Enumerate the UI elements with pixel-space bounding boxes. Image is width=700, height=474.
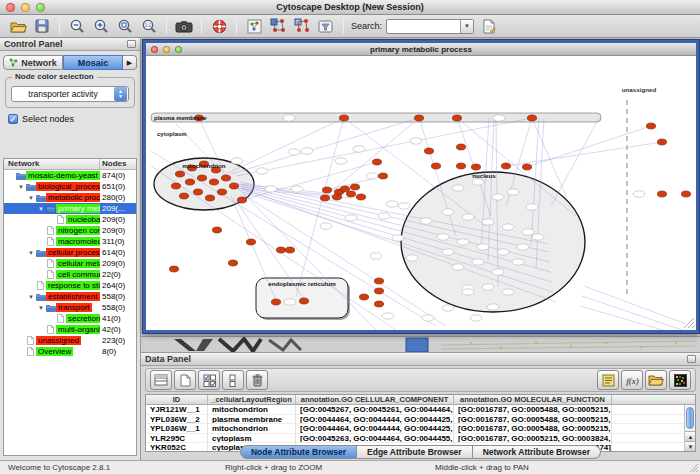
tree-row[interactable]: cellular metabo209(0) <box>4 258 136 269</box>
network-node[interactable] <box>356 194 365 200</box>
expand-triangle-icon[interactable]: ▼ <box>27 195 35 201</box>
matrix-view-button[interactable] <box>669 370 691 390</box>
tree-row[interactable]: ▼metabolic process280(0) <box>4 192 136 203</box>
network-node[interactable] <box>456 144 465 150</box>
network-node[interactable] <box>359 294 368 300</box>
tree-row[interactable]: unassigned223(0) <box>4 335 136 346</box>
expand-triangle-icon[interactable]: ▼ <box>27 250 35 256</box>
vizmapper-node-button[interactable] <box>267 17 289 36</box>
function-builder-button[interactable]: f(x) <box>621 370 643 390</box>
zoom-selected-button[interactable] <box>114 17 136 36</box>
expand-triangle-icon[interactable]: ▼ <box>37 206 45 212</box>
tab-node-attribute-browser[interactable]: Node Attribute Browser <box>240 445 357 459</box>
network-node[interactable] <box>209 179 218 185</box>
network-node[interactable] <box>332 194 341 200</box>
tab-network[interactable]: Network <box>3 55 63 70</box>
table-row[interactable]: YLR295Ccytoplasm[GO:0045263, GO:0044464,… <box>146 434 695 444</box>
tree-row[interactable]: cell communicat22(0) <box>4 269 136 280</box>
save-session-button[interactable] <box>31 17 53 36</box>
network-node[interactable] <box>228 260 237 266</box>
table-column-header[interactable]: _cellularLayoutRegion <box>208 395 296 404</box>
network-canvas[interactable]: plasma membranecytoplasmmitochondrionnuc… <box>146 56 696 330</box>
snapshot-button[interactable] <box>173 17 195 36</box>
network-node[interactable] <box>171 183 180 189</box>
network-node[interactable] <box>322 187 331 193</box>
network-edge[interactable] <box>226 118 344 174</box>
tree-row[interactable]: secretion41(0) <box>4 313 136 324</box>
network-node[interactable] <box>197 175 206 181</box>
canvas-resize-grip[interactable] <box>684 318 694 328</box>
network-node[interactable] <box>185 179 194 185</box>
network-node[interactable] <box>271 299 280 305</box>
expand-triangle-icon[interactable]: ▼ <box>17 184 25 190</box>
network-node[interactable] <box>221 175 230 181</box>
unselect-attributes-button[interactable] <box>222 370 244 390</box>
scrollbar-thumb[interactable] <box>686 407 694 429</box>
attribute-list-button[interactable] <box>597 370 619 390</box>
resize-grip-icon[interactable] <box>689 463 699 473</box>
network-node[interactable] <box>471 164 480 170</box>
zoom-fit-button[interactable]: 1:1 <box>138 17 160 36</box>
network-node[interactable] <box>456 163 465 169</box>
network-node[interactable] <box>414 115 423 121</box>
tree-row[interactable]: nucleobase-209(0) <box>4 214 136 225</box>
network-edge[interactable] <box>296 118 344 296</box>
network-node[interactable] <box>501 163 510 169</box>
nucleus-region[interactable] <box>401 172 585 312</box>
network-node[interactable] <box>431 163 440 169</box>
network-node[interactable] <box>374 301 383 307</box>
network-edge[interactable] <box>582 296 688 330</box>
network-edge[interactable] <box>580 306 690 330</box>
network-node[interactable] <box>169 266 178 272</box>
network-node[interactable] <box>424 148 433 154</box>
filter-button[interactable] <box>315 17 337 36</box>
delete-attribute-button[interactable] <box>246 370 268 390</box>
tree-row[interactable]: macromolecule311(0) <box>4 236 136 247</box>
network-node[interactable] <box>205 195 214 201</box>
network-view-window[interactable]: primary metabolic process plasma membran… <box>143 40 699 333</box>
network-node[interactable] <box>350 184 359 190</box>
tree-row[interactable]: Overview8(0) <box>4 346 136 357</box>
float-panel-icon[interactable] <box>127 40 136 48</box>
network-node[interactable] <box>320 195 329 201</box>
zoom-out-button[interactable] <box>66 17 88 36</box>
attribute-table-mode-button[interactable] <box>150 370 172 390</box>
tree-row[interactable]: multi-organism pro42(0) <box>4 324 136 335</box>
table-row[interactable]: YPL036W__2plasma membrane[GO:0044464, GO… <box>146 415 695 425</box>
search-input[interactable]: ▼ <box>386 19 474 34</box>
search-dropdown-arrow-icon[interactable]: ▼ <box>460 20 473 33</box>
network-node[interactable] <box>212 227 221 233</box>
tree-row[interactable]: ▼transport558(0) <box>4 302 136 313</box>
tab-mosaic[interactable]: Mosaic <box>63 55 123 70</box>
network-node[interactable] <box>452 115 461 121</box>
tree-row[interactable]: ▼cellular process614(0) <box>4 247 136 258</box>
select-attributes-button[interactable] <box>198 370 220 390</box>
network-node[interactable] <box>378 173 387 179</box>
network-node[interactable] <box>179 193 188 199</box>
network-edge[interactable] <box>584 286 686 324</box>
annotation-button[interactable] <box>478 17 500 36</box>
network-node[interactable] <box>246 239 255 245</box>
network-node[interactable] <box>372 159 381 165</box>
zoom-in-button[interactable] <box>90 17 112 36</box>
network-node[interactable] <box>299 298 308 304</box>
tree-row[interactable]: ▼biological_process651(0) <box>4 181 136 192</box>
network-node[interactable] <box>237 197 246 203</box>
tab-overflow-button[interactable]: ▶ <box>123 55 137 70</box>
help-button[interactable] <box>208 17 230 36</box>
network-node[interactable] <box>285 247 294 253</box>
tree-row[interactable]: mosaic-demo-yeast874(0) <box>4 170 136 181</box>
tab-edge-attribute-browser[interactable]: Edge Attribute Browser <box>357 445 473 459</box>
tree-row[interactable]: ▼primary metabo209(... <box>4 203 136 214</box>
tree-row[interactable]: ▼establishment of lo558(0) <box>4 291 136 302</box>
select-nodes-checkbox[interactable]: ✓ <box>8 114 18 124</box>
import-attributes-button[interactable] <box>645 370 667 390</box>
network-node[interactable] <box>175 171 184 177</box>
tab-network-attribute-browser[interactable]: Network Attribute Browser <box>473 445 601 459</box>
network-node[interactable] <box>374 278 383 284</box>
open-session-button[interactable] <box>7 17 29 36</box>
network-node[interactable] <box>646 123 655 129</box>
network-node[interactable] <box>229 183 238 189</box>
network-node[interactable] <box>374 288 383 294</box>
table-row[interactable]: YPL036W__1mitochondrion[GO:0044464, GO:0… <box>146 424 695 434</box>
